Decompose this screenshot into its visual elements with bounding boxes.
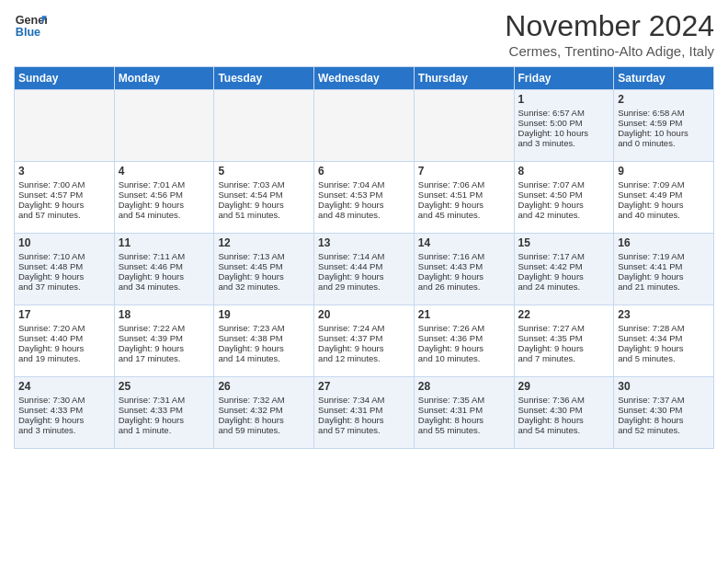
day-number: 26 xyxy=(218,380,310,393)
cell-info-line: and 40 minutes. xyxy=(618,210,710,220)
cell-info-line: Daylight: 9 hours xyxy=(318,200,410,210)
cell-info-line: Sunset: 5:00 PM xyxy=(518,118,610,128)
day-number: 16 xyxy=(618,236,710,249)
calendar-cell: 6Sunrise: 7:04 AMSunset: 4:53 PMDaylight… xyxy=(314,162,415,234)
cell-info-line: and 21 minutes. xyxy=(618,282,710,292)
day-number: 25 xyxy=(119,380,210,393)
day-number: 13 xyxy=(318,236,410,249)
cell-info-line: Sunrise: 7:35 AM xyxy=(418,395,510,405)
day-of-week-header: Saturday xyxy=(614,67,714,90)
day-number: 6 xyxy=(318,165,410,178)
day-number: 10 xyxy=(18,236,110,249)
day-number: 5 xyxy=(218,165,310,178)
month-title: November 2024 xyxy=(505,9,714,43)
day-number: 17 xyxy=(18,308,110,321)
cell-info-line: and 29 minutes. xyxy=(318,282,410,292)
cell-info-line: Sunset: 4:35 PM xyxy=(518,333,610,343)
subtitle: Cermes, Trentino-Alto Adige, Italy xyxy=(505,43,714,59)
calendar-cell: 3Sunrise: 7:00 AMSunset: 4:57 PMDaylight… xyxy=(15,162,115,234)
calendar-cell xyxy=(214,90,314,162)
day-number: 12 xyxy=(218,236,310,249)
day-number: 1 xyxy=(518,93,610,106)
cell-info-line: Sunset: 4:31 PM xyxy=(418,405,510,415)
week-row: 3Sunrise: 7:00 AMSunset: 4:57 PMDaylight… xyxy=(15,162,714,234)
cell-info-line: Sunset: 4:42 PM xyxy=(518,261,610,271)
cell-info-line: Sunrise: 7:32 AM xyxy=(218,395,310,405)
calendar-cell: 4Sunrise: 7:01 AMSunset: 4:56 PMDaylight… xyxy=(114,162,214,234)
cell-info-line: Daylight: 9 hours xyxy=(618,271,710,282)
cell-info-line: Daylight: 9 hours xyxy=(119,415,210,425)
cell-info-line: Sunrise: 7:23 AM xyxy=(218,323,310,333)
cell-info-line: and 24 minutes. xyxy=(518,282,610,292)
cell-info-line: Daylight: 9 hours xyxy=(318,271,410,282)
calendar-cell: 24Sunrise: 7:30 AMSunset: 4:33 PMDayligh… xyxy=(15,377,115,449)
title-block: November 2024 Cermes, Trentino-Alto Adig… xyxy=(505,9,714,59)
cell-info-line: Daylight: 8 hours xyxy=(618,415,710,425)
cell-info-line: Sunrise: 7:22 AM xyxy=(119,323,210,333)
cell-info-line: Sunset: 4:45 PM xyxy=(218,261,310,271)
cell-info-line: and 34 minutes. xyxy=(119,282,210,292)
cell-info-line: and 10 minutes. xyxy=(418,353,510,363)
day-number: 18 xyxy=(119,308,210,321)
day-number: 2 xyxy=(618,93,710,106)
cell-info-line: Sunset: 4:50 PM xyxy=(518,190,610,200)
cell-info-line: Sunset: 4:41 PM xyxy=(618,261,710,271)
cell-info-line: Daylight: 9 hours xyxy=(418,200,510,210)
cell-info-line: Daylight: 9 hours xyxy=(18,271,110,282)
calendar-cell: 21Sunrise: 7:26 AMSunset: 4:36 PMDayligh… xyxy=(414,305,514,377)
cell-info-line: Sunset: 4:54 PM xyxy=(218,190,310,200)
cell-info-line: Daylight: 9 hours xyxy=(18,343,110,353)
calendar-cell: 10Sunrise: 7:10 AMSunset: 4:48 PMDayligh… xyxy=(15,234,115,305)
cell-info-line: Sunset: 4:33 PM xyxy=(18,405,110,415)
cell-info-line: Daylight: 10 hours xyxy=(618,128,710,138)
cell-info-line: Daylight: 8 hours xyxy=(318,415,410,425)
cell-info-line: and 3 minutes. xyxy=(518,138,610,148)
logo: General Blue xyxy=(14,9,47,42)
cell-info-line: Sunrise: 6:57 AM xyxy=(518,108,610,118)
cell-info-line: Sunset: 4:44 PM xyxy=(318,261,410,271)
cell-info-line: Sunset: 4:49 PM xyxy=(618,190,710,200)
cell-info-line: Daylight: 8 hours xyxy=(518,415,610,425)
cell-info-line: Daylight: 9 hours xyxy=(518,200,610,210)
calendar-cell: 7Sunrise: 7:06 AMSunset: 4:51 PMDaylight… xyxy=(414,162,514,234)
cell-info-line: Sunset: 4:48 PM xyxy=(18,261,110,271)
page: General Blue November 2024 Cermes, Trent… xyxy=(0,0,728,458)
cell-info-line: and 26 minutes. xyxy=(418,282,510,292)
calendar-cell: 18Sunrise: 7:22 AMSunset: 4:39 PMDayligh… xyxy=(114,305,214,377)
cell-info-line: Sunset: 4:33 PM xyxy=(119,405,210,415)
cell-info-line: and 5 minutes. xyxy=(618,353,710,363)
week-row: 17Sunrise: 7:20 AMSunset: 4:40 PMDayligh… xyxy=(15,305,714,377)
calendar-cell xyxy=(314,90,415,162)
cell-info-line: Sunrise: 7:13 AM xyxy=(218,251,310,261)
cell-info-line: Sunset: 4:30 PM xyxy=(618,405,710,415)
calendar-cell: 22Sunrise: 7:27 AMSunset: 4:35 PMDayligh… xyxy=(514,305,614,377)
cell-info-line: Sunrise: 7:11 AM xyxy=(119,251,210,261)
cell-info-line: Sunset: 4:32 PM xyxy=(218,405,310,415)
cell-info-line: Sunrise: 7:19 AM xyxy=(618,251,710,261)
cell-info-line: Sunrise: 7:10 AM xyxy=(18,251,110,261)
cell-info-line: and 7 minutes. xyxy=(518,353,610,363)
calendar-cell xyxy=(15,90,115,162)
cell-info-line: Sunrise: 7:01 AM xyxy=(119,179,210,190)
calendar-cell: 28Sunrise: 7:35 AMSunset: 4:31 PMDayligh… xyxy=(414,377,514,449)
cell-info-line: Daylight: 9 hours xyxy=(218,271,310,282)
cell-info-line: Daylight: 9 hours xyxy=(218,200,310,210)
calendar-cell: 16Sunrise: 7:19 AMSunset: 4:41 PMDayligh… xyxy=(614,234,714,305)
calendar-cell: 26Sunrise: 7:32 AMSunset: 4:32 PMDayligh… xyxy=(214,377,314,449)
cell-info-line: Daylight: 9 hours xyxy=(119,200,210,210)
cell-info-line: Sunrise: 7:20 AM xyxy=(18,323,110,333)
cell-info-line: Sunrise: 7:09 AM xyxy=(618,179,710,190)
calendar-cell: 20Sunrise: 7:24 AMSunset: 4:37 PMDayligh… xyxy=(314,305,415,377)
cell-info-line: Sunrise: 7:07 AM xyxy=(518,179,610,190)
calendar-cell: 9Sunrise: 7:09 AMSunset: 4:49 PMDaylight… xyxy=(614,162,714,234)
cell-info-line: Daylight: 9 hours xyxy=(318,343,410,353)
cell-info-line: Sunrise: 7:14 AM xyxy=(318,251,410,261)
calendar-cell xyxy=(114,90,214,162)
day-number: 9 xyxy=(618,165,710,178)
day-number: 11 xyxy=(119,236,210,249)
cell-info-line: and 51 minutes. xyxy=(218,210,310,220)
header: General Blue November 2024 Cermes, Trent… xyxy=(14,9,714,59)
cell-info-line: Daylight: 10 hours xyxy=(518,128,610,138)
cell-info-line: Sunrise: 7:06 AM xyxy=(418,179,510,190)
cell-info-line: Daylight: 8 hours xyxy=(218,415,310,425)
